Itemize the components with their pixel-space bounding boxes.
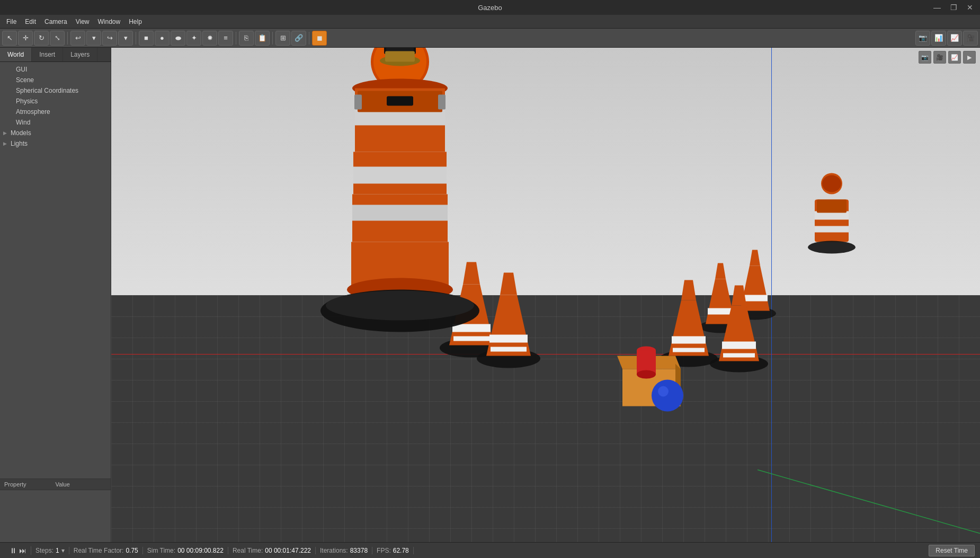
realtime-section: Real Time: 00 00:01:47.222 bbox=[228, 547, 316, 554]
fps-label: FPS: bbox=[377, 547, 391, 554]
barrel-far-right bbox=[808, 173, 856, 254]
rtf-label: Real Time Factor: bbox=[74, 547, 124, 554]
align-button[interactable]: ⊞ bbox=[275, 31, 290, 46]
restore-button[interactable]: ❐ bbox=[948, 2, 960, 13]
realtime-label: Real Time: bbox=[233, 547, 263, 554]
viewport[interactable]: 📷 🎥 📈 ▶ bbox=[111, 48, 980, 542]
undo-button[interactable]: ↩ bbox=[70, 31, 85, 46]
svg-marker-23 bbox=[463, 262, 480, 285]
tree-item-wind[interactable]: Wind bbox=[0, 117, 111, 128]
tree-item-label: GUI bbox=[16, 66, 27, 73]
tree-item-physics[interactable]: Physics bbox=[0, 96, 111, 107]
select-tool-button[interactable]: ↖ bbox=[2, 31, 17, 46]
menu-window[interactable]: Window bbox=[94, 16, 125, 27]
menu-edit[interactable]: Edit bbox=[21, 16, 40, 27]
viewport-extra-icon[interactable]: ▶ bbox=[963, 51, 976, 64]
rtf-value: 0.75 bbox=[126, 547, 138, 554]
tree-item-label: Models bbox=[11, 129, 31, 137]
tree-item-lights[interactable]: ▶ Lights bbox=[0, 138, 111, 149]
barrel-main bbox=[320, 48, 479, 332]
pause-section: ⏸ ⏭ bbox=[5, 546, 31, 555]
properties-panel: Property Value bbox=[0, 479, 111, 542]
left-panel: World Insert Layers GUI Scene Spherical … bbox=[0, 48, 111, 542]
svg-rect-26 bbox=[489, 335, 528, 343]
tab-layers[interactable]: Layers bbox=[63, 48, 97, 61]
menu-file[interactable]: File bbox=[2, 16, 21, 27]
tree-item-gui[interactable]: GUI bbox=[0, 64, 111, 75]
svg-marker-13 bbox=[681, 280, 696, 300]
viewport-plot-icon[interactable]: 📈 bbox=[948, 51, 961, 64]
iterations-value: 83378 bbox=[350, 547, 368, 554]
tree-item-scene[interactable]: Scene bbox=[0, 75, 111, 85]
statusbar: ⏸ ⏭ Steps: 1 ▾ Real Time Factor: 0.75 Si… bbox=[0, 542, 980, 558]
orange-mode-button[interactable]: ◼ bbox=[312, 31, 327, 46]
steps-value: 1 bbox=[56, 547, 59, 554]
redo-button[interactable]: ↪ bbox=[102, 31, 117, 46]
play-button[interactable]: ⏭ bbox=[19, 546, 26, 555]
viewport-record-icon[interactable]: 🎥 bbox=[933, 51, 946, 64]
fps-value: 62.78 bbox=[393, 547, 409, 554]
menu-camera[interactable]: Camera bbox=[40, 16, 72, 27]
scene-svg bbox=[111, 48, 980, 542]
svg-line-0 bbox=[758, 470, 980, 534]
rtf-section: Real Time Factor: 0.75 bbox=[69, 547, 143, 554]
box-button[interactable]: ■ bbox=[139, 31, 154, 46]
svg-rect-3 bbox=[708, 308, 733, 315]
property-col-header: Property bbox=[4, 481, 56, 488]
steps-label: Steps: bbox=[35, 547, 54, 554]
svg-marker-4 bbox=[715, 263, 726, 279]
copy-button[interactable]: ⎘ bbox=[239, 31, 254, 46]
pointlight-button[interactable]: ✦ bbox=[186, 31, 201, 46]
sep5 bbox=[309, 32, 309, 45]
cylinder-button[interactable]: ⬬ bbox=[171, 31, 185, 46]
log-button[interactable]: 📊 bbox=[931, 31, 946, 46]
minimize-button[interactable]: — bbox=[931, 2, 943, 13]
menu-view[interactable]: View bbox=[72, 16, 94, 27]
tree-item-atmosphere[interactable]: Atmosphere bbox=[0, 107, 111, 117]
paste-button[interactable]: 📋 bbox=[255, 31, 270, 46]
tree-item-spherical[interactable]: Spherical Coordinates bbox=[0, 85, 111, 96]
realtime-value: 00 00:01:47.222 bbox=[265, 547, 311, 554]
tab-world[interactable]: World bbox=[0, 48, 32, 61]
sep2 bbox=[136, 32, 136, 45]
tree-item-models[interactable]: ▶ Models bbox=[0, 128, 111, 138]
tab-insert[interactable]: Insert bbox=[32, 48, 63, 61]
sep3 bbox=[236, 32, 236, 45]
tree-item-label: Wind bbox=[16, 119, 30, 126]
svg-rect-58 bbox=[354, 95, 362, 110]
pause-button[interactable]: ⏸ bbox=[10, 546, 17, 555]
svg-point-34 bbox=[808, 241, 856, 254]
simtime-label: Sim Time: bbox=[147, 547, 175, 554]
svg-marker-25 bbox=[486, 295, 531, 356]
screenshot-button[interactable]: 📷 bbox=[915, 31, 930, 46]
redo-dropdown-button[interactable]: ▾ bbox=[118, 31, 133, 46]
svg-point-30 bbox=[822, 175, 841, 192]
steps-arrow: ▾ bbox=[61, 547, 65, 554]
menu-help[interactable]: Help bbox=[124, 16, 146, 27]
svg-rect-48 bbox=[353, 167, 447, 184]
svg-point-65 bbox=[652, 380, 683, 412]
dirlight-button[interactable]: ≡ bbox=[218, 31, 233, 46]
sep1 bbox=[67, 32, 68, 45]
expand-arrow: ▶ bbox=[3, 130, 8, 136]
rotate-tool-button[interactable]: ↻ bbox=[34, 31, 49, 46]
viewport-screenshot-icon[interactable]: 📷 bbox=[919, 51, 931, 64]
reset-time-button[interactable]: Reset Time bbox=[929, 545, 975, 556]
value-col-header: Value bbox=[56, 481, 107, 488]
svg-rect-57 bbox=[438, 95, 446, 110]
svg-marker-18 bbox=[732, 286, 746, 306]
close-button[interactable]: ✕ bbox=[964, 2, 976, 13]
svg-rect-16 bbox=[722, 342, 756, 349]
tree-item-label: Scene bbox=[16, 76, 34, 84]
svg-marker-28 bbox=[500, 273, 517, 295]
undo-dropdown-button[interactable]: ▾ bbox=[86, 31, 101, 46]
scale-tool-button[interactable]: ⤡ bbox=[50, 31, 65, 46]
spotlight-button[interactable]: ✸ bbox=[202, 31, 217, 46]
svg-point-64 bbox=[637, 370, 656, 379]
snap-button[interactable]: 🔗 bbox=[291, 31, 306, 46]
sphere-button[interactable]: ● bbox=[155, 31, 170, 46]
translate-tool-button[interactable]: ✛ bbox=[18, 31, 33, 46]
video-button[interactable]: 🎥 bbox=[963, 31, 978, 46]
iterations-section: Iterations: 83378 bbox=[316, 547, 372, 554]
plot-button[interactable]: 📈 bbox=[947, 31, 962, 46]
